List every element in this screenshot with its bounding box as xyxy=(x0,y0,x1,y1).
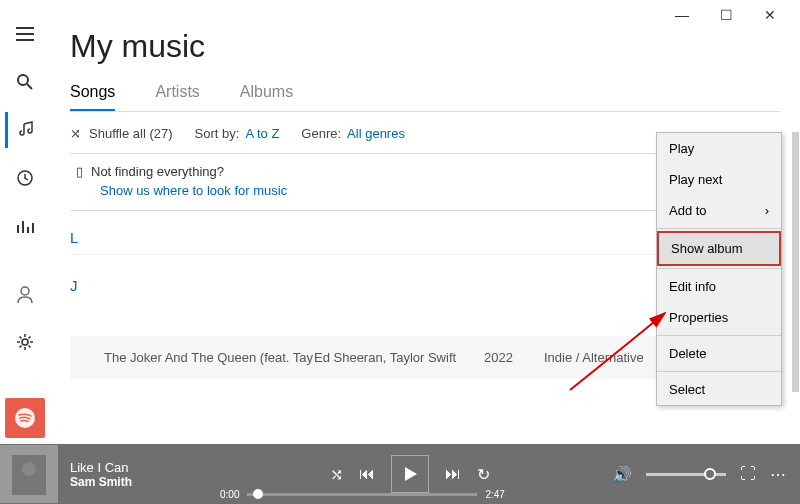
next-button[interactable]: ⏭ xyxy=(445,465,461,483)
more-icon[interactable]: ⋯ xyxy=(770,465,786,484)
menu-properties[interactable]: Properties xyxy=(657,302,781,333)
account-icon[interactable] xyxy=(5,276,45,312)
recent-icon[interactable] xyxy=(5,160,45,196)
context-menu: Play Play next Add to› Show album Edit i… xyxy=(656,132,782,406)
genre-value[interactable]: All genres xyxy=(347,126,405,141)
shuffle-button[interactable]: ⤭ xyxy=(330,465,343,484)
menu-delete[interactable]: Delete xyxy=(657,338,781,369)
miniplayer-icon[interactable]: ⛶ xyxy=(740,465,756,483)
scrollbar[interactable] xyxy=(792,132,799,392)
search-icon[interactable] xyxy=(5,64,45,100)
tab-artists[interactable]: Artists xyxy=(155,83,199,111)
menu-add-to[interactable]: Add to› xyxy=(657,195,781,226)
spotify-icon[interactable] xyxy=(5,398,45,438)
time-total: 2:47 xyxy=(485,489,504,500)
menu-show-album[interactable]: Show album xyxy=(657,231,781,266)
tab-albums[interactable]: Albums xyxy=(240,83,293,111)
sort-label: Sort by: xyxy=(195,126,240,141)
song-title: The Joker And The Queen (feat. Tay xyxy=(74,350,314,365)
volume-slider[interactable] xyxy=(646,473,726,476)
player-bar: Like I Can Sam Smith ⤭ ⏮ ⏭ ↻ 0:00 2:47 🔊… xyxy=(0,444,800,504)
menu-select[interactable]: Select xyxy=(657,374,781,405)
menu-edit-info[interactable]: Edit info xyxy=(657,271,781,302)
song-artist: Ed Sheeran, Taylor Swift xyxy=(314,350,484,365)
seek-bar[interactable] xyxy=(247,493,477,496)
tab-songs[interactable]: Songs xyxy=(70,83,115,111)
album-art[interactable] xyxy=(0,445,58,503)
sidebar xyxy=(0,0,50,444)
tabs: Songs Artists Albums xyxy=(70,83,780,112)
device-icon: ▯ xyxy=(76,164,83,179)
menu-icon[interactable] xyxy=(5,16,45,52)
genre-label: Genre: xyxy=(301,126,341,141)
settings-icon[interactable] xyxy=(5,324,45,360)
chevron-right-icon: › xyxy=(765,203,769,218)
svg-point-2 xyxy=(21,287,29,295)
shuffle-icon: ⤨ xyxy=(70,126,81,141)
menu-play[interactable]: Play xyxy=(657,133,781,164)
svg-point-3 xyxy=(22,339,28,345)
now-playing-title: Like I Can xyxy=(70,460,196,475)
volume-icon[interactable]: 🔊 xyxy=(612,465,632,484)
song-year: 2022 xyxy=(484,350,544,365)
repeat-button[interactable]: ↻ xyxy=(477,465,490,484)
sort-value[interactable]: A to Z xyxy=(245,126,279,141)
now-playing-artist: Sam Smith xyxy=(70,475,196,489)
menu-play-next[interactable]: Play next xyxy=(657,164,781,195)
svg-point-0 xyxy=(18,75,28,85)
music-icon[interactable] xyxy=(5,112,45,148)
previous-button[interactable]: ⏮ xyxy=(359,465,375,483)
play-button[interactable] xyxy=(391,455,429,493)
time-elapsed: 0:00 xyxy=(220,489,239,500)
page-title: My music xyxy=(70,28,780,65)
svg-point-7 xyxy=(22,462,36,476)
notice-title: Not finding everything? xyxy=(91,164,224,179)
shuffle-all-button[interactable]: Shuffle all (27) xyxy=(89,126,173,141)
equalizer-icon[interactable] xyxy=(5,208,45,244)
